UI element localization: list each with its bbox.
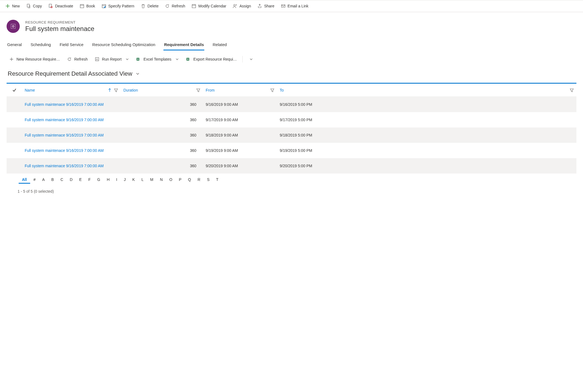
tab-requirement-details[interactable]: Requirement Details [163, 41, 204, 50]
deactivate-button[interactable]: Deactivate [46, 2, 76, 10]
alpha-filter-o[interactable]: O [166, 176, 176, 184]
tab-related[interactable]: Related [212, 41, 227, 50]
report-icon [95, 57, 99, 61]
sort-ascending-icon [108, 88, 111, 92]
form-tabs: General Scheduling Field Service Resourc… [0, 36, 583, 50]
tab-general[interactable]: General [7, 41, 22, 50]
alpha-filter-m[interactable]: M [147, 176, 157, 184]
cell-to: 9/20/2019 5:00 PM [277, 164, 576, 168]
refresh-button[interactable]: Refresh [162, 2, 188, 10]
cell-duration: 360 [121, 102, 203, 107]
assign-icon [233, 4, 237, 8]
alpha-filter-b[interactable]: B [48, 176, 57, 184]
assign-button[interactable]: Assign [230, 2, 254, 10]
cell-from: 9/20/2019 9:00 AM [203, 164, 277, 168]
alpha-filter-q[interactable]: Q [185, 176, 194, 184]
table-row[interactable]: Full system maintenace 9/16/2019 7:00:00… [7, 112, 576, 127]
alpha-filter-g[interactable]: G [94, 176, 104, 184]
chevron-down-icon [175, 57, 179, 61]
alpha-filter-#[interactable]: # [30, 176, 39, 184]
svg-rect-0 [27, 4, 29, 7]
subgrid-command-bar: New Resource Require… Refresh Run Report… [0, 50, 583, 66]
cell-name[interactable]: Full system maintenace 9/16/2019 7:00:00… [22, 148, 121, 153]
modify-calendar-button[interactable]: Modify Calendar [189, 2, 229, 10]
delete-button[interactable]: Delete [138, 2, 161, 10]
tab-field-service[interactable]: Field Service [59, 41, 84, 50]
share-button[interactable]: Share [255, 2, 277, 10]
cell-name[interactable]: Full system maintenace 9/16/2019 7:00:00… [22, 118, 121, 122]
column-header-name[interactable]: Name [22, 88, 121, 92]
plus-icon [9, 57, 14, 61]
alpha-filter-l[interactable]: L [138, 176, 147, 184]
email-link-button[interactable]: Email a Link [278, 2, 311, 10]
specify-pattern-button[interactable]: Specify Pattern [99, 2, 137, 10]
copy-label: Copy [33, 4, 42, 8]
run-report-button[interactable]: Run Report [92, 55, 132, 63]
cell-name[interactable]: Full system maintenace 9/16/2019 7:00:00… [22, 133, 121, 137]
deactivate-label: Deactivate [55, 4, 73, 8]
cell-name[interactable]: Full system maintenace 9/16/2019 7:00:00… [22, 102, 121, 107]
svg-point-9 [12, 25, 14, 27]
entity-type-label: RESOURCE REQUIREMENT [25, 20, 94, 24]
column-header-from[interactable]: From [203, 88, 277, 92]
alpha-filter-f[interactable]: F [85, 176, 94, 184]
book-button[interactable]: Book [77, 2, 98, 10]
alpha-filter-all[interactable]: All [19, 176, 30, 184]
alpha-filter-h[interactable]: H [103, 176, 113, 184]
column-header-duration[interactable]: Duration [121, 88, 203, 92]
grid-status: 1 - 5 of 5 (0 selected) [7, 185, 576, 199]
entity-badge [7, 20, 20, 33]
excel-templates-button[interactable]: Excel Templates [134, 55, 182, 63]
view-title: Resource Requirement Detail Associated V… [8, 70, 132, 77]
filter-icon[interactable] [570, 88, 574, 92]
filter-icon[interactable] [114, 88, 118, 92]
book-label: Book [86, 4, 95, 8]
table-row[interactable]: Full system maintenace 9/16/2019 7:00:00… [7, 143, 576, 158]
alpha-filter-t[interactable]: T [213, 176, 222, 184]
svg-rect-3 [80, 5, 84, 8]
select-all-checkbox[interactable] [7, 88, 22, 92]
alpha-filter-c[interactable]: C [57, 176, 66, 184]
column-header-to[interactable]: To [277, 88, 576, 92]
alpha-filter-j[interactable]: J [120, 176, 129, 184]
tab-rso[interactable]: Resource Scheduling Optimization [92, 41, 156, 50]
cell-from: 9/19/2019 9:00 AM [203, 148, 277, 153]
alpha-filter-i[interactable]: I [113, 176, 121, 184]
svg-rect-1 [49, 4, 52, 7]
new-resource-requirement-button[interactable]: New Resource Require… [7, 55, 63, 63]
subgrid-refresh-button[interactable]: Refresh [64, 55, 90, 63]
mail-icon [281, 4, 285, 8]
view-selector[interactable]: Resource Requirement Detail Associated V… [0, 66, 583, 83]
alpha-filter-p[interactable]: P [176, 176, 185, 184]
tab-scheduling[interactable]: Scheduling [30, 41, 51, 50]
new-label: New [12, 4, 20, 8]
subgrid: Name Duration From [7, 83, 576, 174]
table-row[interactable]: Full system maintenace 9/16/2019 7:00:00… [7, 127, 576, 143]
plus-icon [5, 4, 10, 8]
cell-to: 9/16/2019 5:00 PM [277, 102, 576, 107]
alpha-filter-a[interactable]: A [39, 176, 48, 184]
refresh-icon [67, 57, 72, 61]
new-button[interactable]: New [3, 2, 22, 10]
filter-icon[interactable] [196, 88, 200, 92]
alpha-filter-r[interactable]: R [194, 176, 204, 184]
excel-icon [136, 57, 141, 61]
table-row[interactable]: Full system maintenace 9/16/2019 7:00:00… [7, 158, 576, 174]
table-row[interactable]: Full system maintenace 9/16/2019 7:00:00… [7, 97, 576, 112]
share-label: Share [264, 4, 274, 8]
filter-icon[interactable] [270, 88, 274, 92]
svg-point-6 [234, 4, 235, 6]
export-button[interactable]: Export Resource Requi… [183, 55, 240, 63]
cell-name[interactable]: Full system maintenace 9/16/2019 7:00:00… [22, 164, 121, 168]
record-title: Full system maintenace [25, 25, 94, 33]
copy-button[interactable]: Copy [24, 2, 45, 10]
more-commands-button[interactable] [245, 56, 256, 63]
alpha-filter-k[interactable]: K [129, 176, 138, 184]
alpha-filter-s[interactable]: S [204, 176, 213, 184]
alpha-filter-d[interactable]: D [67, 176, 76, 184]
subgrid-refresh-label: Refresh [74, 57, 88, 61]
alpha-filter-e[interactable]: E [76, 176, 85, 184]
cell-duration: 360 [121, 148, 203, 153]
alpha-filter-n[interactable]: N [157, 176, 166, 184]
grid-body: Full system maintenace 9/16/2019 7:00:00… [7, 97, 576, 174]
